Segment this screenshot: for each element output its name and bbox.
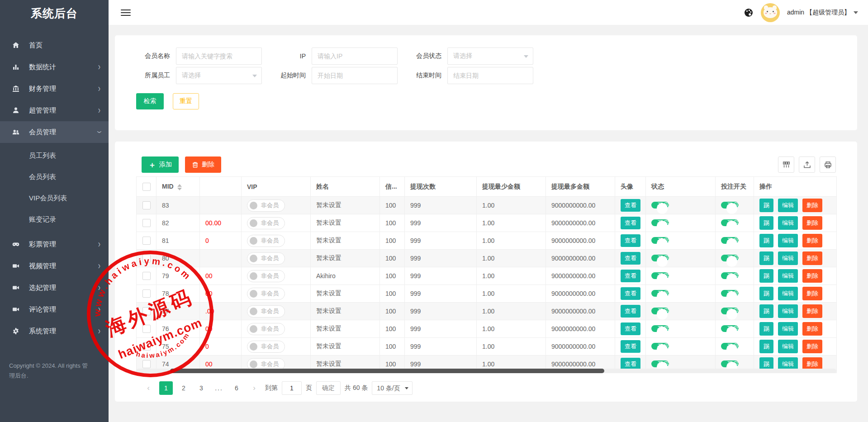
filter-select-会员状态[interactable]: 请选择 [447, 47, 533, 65]
sidebar-item-首页[interactable]: 首页 [0, 34, 109, 56]
sidebar-item-系统管理[interactable]: 系统管理› [0, 320, 109, 342]
view-avatar-button[interactable]: 查看 [621, 340, 640, 353]
status-toggle[interactable]: 开启 [651, 272, 669, 279]
row-checkbox[interactable] [142, 307, 151, 315]
bet-toggle[interactable]: 开启 [721, 308, 739, 314]
status-toggle[interactable]: 开启 [651, 308, 669, 314]
row-checkbox[interactable] [142, 237, 151, 245]
print-icon[interactable] [820, 156, 836, 173]
bet-toggle[interactable]: 开启 [721, 202, 739, 209]
delete-row-button[interactable]: 删除 [802, 287, 822, 300]
status-toggle[interactable]: 开启 [651, 325, 669, 332]
sidebar-subitem-VIP会员列表[interactable]: VIP会员列表 [0, 187, 109, 209]
edit-button[interactable]: 编辑 [778, 287, 798, 300]
row-checkbox[interactable] [142, 289, 151, 298]
kick-button[interactable]: 踢 [759, 304, 773, 318]
sidebar-item-评论管理[interactable]: 评论管理› [0, 299, 109, 320]
sidebar-item-超管管理[interactable]: 超管管理› [0, 100, 109, 121]
filter-input-起始时间-field[interactable] [312, 67, 397, 84]
menu-icon[interactable] [121, 8, 131, 18]
bet-toggle[interactable]: 开启 [721, 255, 739, 261]
sidebar-subitem-员工列表[interactable]: 员工列表 [0, 145, 109, 166]
delete-row-button[interactable]: 删除 [802, 199, 822, 212]
edit-button[interactable]: 编辑 [778, 304, 798, 318]
per-page-select[interactable]: 10 条/页 [372, 381, 412, 395]
kick-button[interactable]: 踢 [759, 322, 773, 336]
bet-toggle[interactable]: 开启 [721, 272, 739, 279]
sidebar-item-视频管理[interactable]: 视频管理› [0, 255, 109, 277]
row-checkbox[interactable] [142, 360, 151, 368]
status-toggle[interactable]: 开启 [651, 290, 669, 297]
sidebar-item-彩票管理[interactable]: 彩票管理› [0, 233, 109, 255]
delete-row-button[interactable]: 删除 [802, 269, 822, 283]
filter-input-结束时间-field[interactable] [448, 67, 533, 84]
sidebar-subitem-会员列表[interactable]: 会员列表 [0, 166, 109, 187]
view-avatar-button[interactable]: 查看 [621, 199, 640, 212]
bet-toggle[interactable]: 开启 [721, 360, 739, 367]
row-checkbox[interactable] [142, 272, 151, 280]
sort-icon[interactable] [177, 184, 182, 190]
kick-button[interactable]: 踢 [759, 199, 773, 212]
row-checkbox[interactable] [142, 219, 151, 227]
delete-row-button[interactable]: 删除 [802, 340, 822, 353]
prev-page-icon[interactable]: ‹ [142, 381, 155, 395]
row-checkbox[interactable] [142, 342, 151, 351]
view-avatar-button[interactable]: 查看 [621, 270, 640, 282]
page-button-2[interactable]: 2 [177, 381, 190, 395]
status-toggle[interactable]: 开启 [651, 202, 669, 209]
select-all-checkbox[interactable] [142, 183, 151, 191]
view-avatar-button[interactable]: 查看 [621, 217, 640, 229]
sidebar-item-财务管理[interactable]: 财务管理› [0, 78, 109, 100]
filter-input-会员名称-field[interactable] [176, 48, 261, 64]
page-button-3[interactable]: 3 [194, 381, 208, 395]
delete-row-button[interactable]: 删除 [802, 322, 822, 336]
status-toggle[interactable]: 开启 [651, 343, 669, 350]
status-toggle[interactable]: 开启 [651, 219, 669, 226]
edit-button[interactable]: 编辑 [778, 269, 798, 283]
page-button-1[interactable]: 1 [159, 381, 173, 395]
edit-button[interactable]: 编辑 [778, 322, 798, 336]
kick-button[interactable]: 踢 [759, 234, 773, 247]
bet-toggle[interactable]: 开启 [721, 325, 739, 332]
edit-button[interactable]: 编辑 [778, 234, 798, 247]
bet-toggle[interactable]: 开启 [721, 219, 739, 226]
filter-select-所属员工[interactable]: 请选择 [176, 67, 262, 84]
kick-button[interactable]: 踢 [759, 340, 773, 353]
delete-row-button[interactable]: 删除 [802, 251, 822, 265]
avatar[interactable] [761, 3, 780, 22]
edit-button[interactable]: 编辑 [778, 216, 798, 230]
bet-toggle[interactable]: 开启 [721, 290, 739, 297]
kick-button[interactable]: 踢 [759, 287, 773, 300]
palette-icon[interactable] [744, 8, 754, 18]
kick-button[interactable]: 踢 [759, 269, 773, 283]
sidebar-item-会员管理[interactable]: 会员管理› [0, 121, 109, 143]
delete-button[interactable]: 删除 [185, 156, 221, 173]
edit-button[interactable]: 编辑 [778, 199, 798, 212]
kick-button[interactable]: 踢 [759, 251, 773, 265]
filter-input-IP-field[interactable] [312, 48, 397, 64]
row-checkbox[interactable] [142, 325, 151, 333]
add-button[interactable]: ＋ 添加 [142, 156, 179, 173]
delete-row-button[interactable]: 删除 [802, 216, 822, 230]
page-jump-input[interactable] [282, 381, 302, 395]
delete-row-button[interactable]: 删除 [802, 234, 822, 247]
view-avatar-button[interactable]: 查看 [621, 305, 640, 318]
columns-icon[interactable] [778, 156, 794, 173]
edit-button[interactable]: 编辑 [778, 340, 798, 353]
export-icon[interactable] [799, 156, 815, 173]
edit-button[interactable]: 编辑 [778, 251, 798, 265]
row-checkbox[interactable] [142, 201, 151, 209]
row-checkbox[interactable] [142, 254, 151, 262]
view-avatar-button[interactable]: 查看 [621, 234, 640, 247]
view-avatar-button[interactable]: 查看 [621, 252, 640, 265]
kick-button[interactable]: 踢 [759, 216, 773, 230]
sidebar-item-数据统计[interactable]: 数据统计› [0, 56, 109, 78]
delete-row-button[interactable]: 删除 [802, 304, 822, 318]
sidebar-subitem-账变记录[interactable]: 账变记录 [0, 209, 109, 230]
next-page-icon[interactable]: › [247, 381, 261, 395]
reset-button[interactable]: 重置 [173, 93, 199, 109]
bet-toggle[interactable]: 开启 [721, 237, 739, 244]
column-header-mid[interactable]: MID [157, 177, 200, 197]
bet-toggle[interactable]: 开启 [721, 343, 739, 350]
search-button[interactable]: 检索 [136, 93, 164, 109]
